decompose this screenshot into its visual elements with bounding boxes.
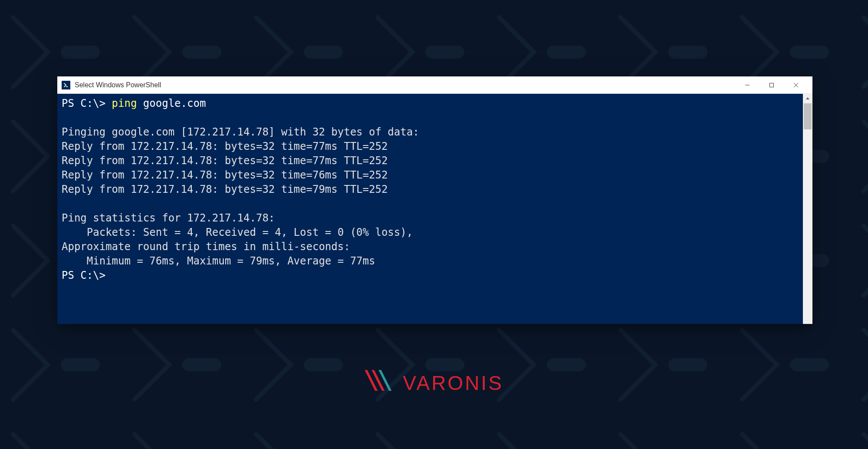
varonis-logo-mark-icon [365, 369, 398, 396]
output-line: Minimum = 76ms, Maximum = 79ms, Average … [62, 255, 375, 267]
output-line: Reply from 172.217.14.78: bytes=32 time=… [62, 140, 388, 152]
powershell-icon [62, 81, 70, 89]
command-argument: google.com [143, 97, 206, 109]
close-button[interactable] [784, 77, 808, 93]
output-line: Approximate round trip times in milli-se… [62, 241, 350, 253]
output-line: Pinging google.com [172.217.14.78] with … [62, 126, 419, 138]
output-line: Reply from 172.217.14.78: bytes=32 time=… [62, 183, 388, 195]
output-line: Reply from 172.217.14.78: bytes=32 time=… [62, 169, 388, 181]
prompt-line-1: PS C:\> [62, 97, 105, 109]
svg-rect-5 [770, 83, 774, 87]
command-name: ping [112, 97, 137, 109]
scroll-up-arrow-icon[interactable] [803, 94, 812, 103]
terminal-output[interactable]: PS C:\> ping google.com Pinging google.c… [57, 94, 803, 324]
varonis-logo-text: VARONIS [403, 371, 503, 395]
maximize-button[interactable] [760, 77, 784, 93]
vertical-scrollbar[interactable] [803, 94, 812, 324]
varonis-logo: VARONIS [365, 369, 503, 396]
window-titlebar[interactable]: Select Windows PowerShell [57, 76, 812, 94]
output-line: Packets: Sent = 4, Received = 4, Lost = … [62, 226, 413, 238]
minimize-button[interactable] [735, 77, 760, 93]
scroll-thumb[interactable] [804, 103, 812, 129]
window-title: Select Windows PowerShell [75, 81, 735, 89]
powershell-window: Select Windows PowerShell PS C:\> ping g… [57, 76, 812, 324]
prompt-line-2: PS C:\> [62, 269, 105, 281]
output-line: Reply from 172.217.14.78: bytes=32 time=… [62, 155, 388, 167]
output-line: Ping statistics for 172.217.14.78: [62, 212, 275, 224]
window-controls [735, 77, 808, 93]
